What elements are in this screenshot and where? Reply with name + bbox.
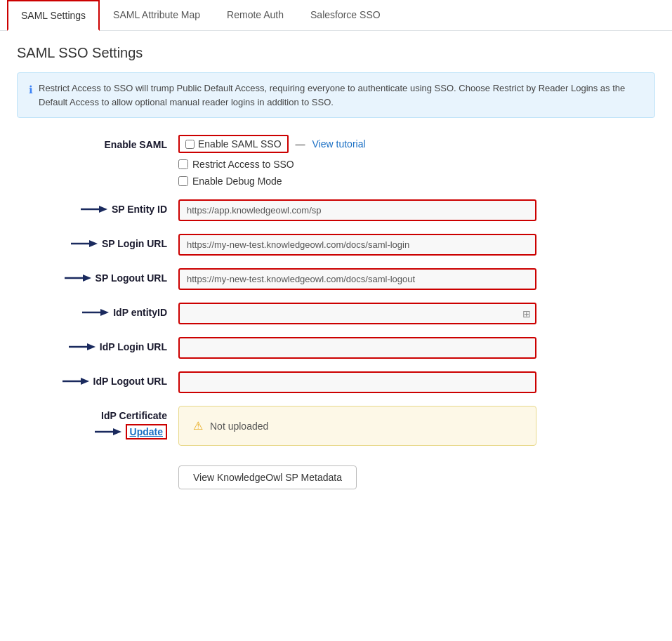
sp-login-url-control xyxy=(178,234,648,256)
view-tutorial-link[interactable]: View tutorial xyxy=(312,138,366,150)
idp-logout-url-label: IdP Logout URL xyxy=(24,371,178,387)
idp-login-url-label: IdP Login URL xyxy=(24,337,178,352)
tutorial-separator: — xyxy=(296,138,305,150)
idp-certificate-control: ⚠ Not uploaded xyxy=(178,406,648,446)
enable-saml-label: Enable SAML xyxy=(24,135,178,150)
info-icon: ℹ xyxy=(29,82,33,98)
page-content: SAML SSO Settings ℹ Restrict Access to S… xyxy=(0,31,672,503)
svg-marker-13 xyxy=(113,428,121,435)
info-banner: ℹ Restrict Access to SSO will trump Publ… xyxy=(17,72,655,118)
arrow-icon xyxy=(81,204,107,215)
sp-login-url-input[interactable] xyxy=(178,234,536,256)
enable-debug-checkbox[interactable] xyxy=(178,176,188,186)
info-banner-text: Restrict Access to SSO will trump Public… xyxy=(39,81,643,109)
enable-saml-controls: Enable SAML SSO — View tutorial Restrict… xyxy=(178,135,648,187)
page-title: SAML SSO Settings xyxy=(17,45,655,61)
warning-icon: ⚠ xyxy=(193,419,203,432)
idp-logout-url-control xyxy=(178,371,648,393)
arrow-icon xyxy=(65,272,91,284)
idp-login-url-input[interactable] xyxy=(178,337,536,359)
idp-entity-id-input[interactable] xyxy=(178,303,536,324)
idp-login-url-control xyxy=(178,337,648,359)
metadata-button-row: View KnowledgeOwl SP Metadata xyxy=(24,458,648,489)
idp-entity-id-wrapper: ⊞ xyxy=(178,303,536,324)
tab-saml-settings[interactable]: SAML Settings xyxy=(7,0,100,31)
enable-debug-label: Enable Debug Mode xyxy=(192,176,282,187)
sp-entity-id-row: SP Entity ID xyxy=(24,199,648,221)
idp-certificate-label-col: IdP Certificate Update xyxy=(24,406,178,440)
sp-login-url-label: SP Login URL xyxy=(24,234,178,249)
sp-entity-id-input[interactable] xyxy=(178,199,536,221)
restrict-access-checkbox[interactable] xyxy=(178,159,188,169)
idp-logout-url-input[interactable] xyxy=(178,371,536,393)
tabs-bar: SAML Settings SAML Attribute Map Remote … xyxy=(0,0,672,31)
debug-mode-row: Enable Debug Mode xyxy=(178,176,648,187)
sp-entity-id-control xyxy=(178,199,648,221)
sp-logout-url-input[interactable] xyxy=(178,268,536,290)
svg-marker-7 xyxy=(100,309,109,316)
enable-saml-sso-wrapper: Enable SAML SSO xyxy=(178,135,289,153)
idp-entity-id-control: ⊞ xyxy=(178,303,648,324)
arrow-icon xyxy=(95,426,121,437)
not-uploaded-text: Not uploaded xyxy=(210,421,268,432)
enable-saml-sso-label: Enable SAML SSO xyxy=(198,138,282,150)
tab-salesforce-sso[interactable]: Salesforce SSO xyxy=(297,0,394,31)
tab-remote-auth[interactable]: Remote Auth xyxy=(213,0,297,31)
sp-logout-url-label: SP Logout URL xyxy=(24,268,178,284)
enable-saml-top-row: Enable SAML SSO — View tutorial xyxy=(178,135,648,153)
restrict-access-label: Restrict Access to SSO xyxy=(192,159,294,170)
svg-marker-11 xyxy=(81,378,89,385)
idp-certificate-label: IdP Certificate xyxy=(101,410,167,421)
svg-marker-3 xyxy=(89,240,98,247)
idp-certificate-row: IdP Certificate Update ⚠ Not upl xyxy=(24,406,648,446)
svg-marker-9 xyxy=(87,343,95,350)
idp-entity-id-row: IdP entityID ⊞ xyxy=(24,303,648,324)
sp-logout-url-row: SP Logout URL xyxy=(24,268,648,290)
svg-marker-5 xyxy=(83,275,91,282)
arrow-icon xyxy=(82,307,109,318)
svg-marker-1 xyxy=(99,206,107,213)
idp-logout-url-row: IdP Logout URL xyxy=(24,371,648,393)
sp-entity-id-label: SP Entity ID xyxy=(24,199,178,215)
restrict-access-row: Restrict Access to SSO xyxy=(178,159,648,170)
sp-login-url-row: SP Login URL xyxy=(24,234,648,256)
sp-logout-url-control xyxy=(178,268,648,290)
idp-entity-id-label: IdP entityID xyxy=(24,303,178,318)
tab-saml-attribute-map[interactable]: SAML Attribute Map xyxy=(100,0,213,31)
page-container: SAML Settings SAML Attribute Map Remote … xyxy=(0,0,672,641)
form-section: Enable SAML Enable SAML SSO — View tutor… xyxy=(17,135,655,489)
arrow-icon xyxy=(71,238,98,249)
enable-saml-row: Enable SAML Enable SAML SSO — View tutor… xyxy=(24,135,648,187)
update-certificate-link[interactable]: Update xyxy=(126,424,167,440)
enable-saml-sso-checkbox[interactable] xyxy=(185,140,195,149)
certificate-status-box: ⚠ Not uploaded xyxy=(178,406,536,446)
arrow-icon xyxy=(69,341,95,352)
view-metadata-button[interactable]: View KnowledgeOwl SP Metadata xyxy=(178,465,357,489)
arrow-icon xyxy=(62,376,89,387)
idp-login-url-row: IdP Login URL xyxy=(24,337,648,359)
grid-icon: ⊞ xyxy=(522,308,531,319)
